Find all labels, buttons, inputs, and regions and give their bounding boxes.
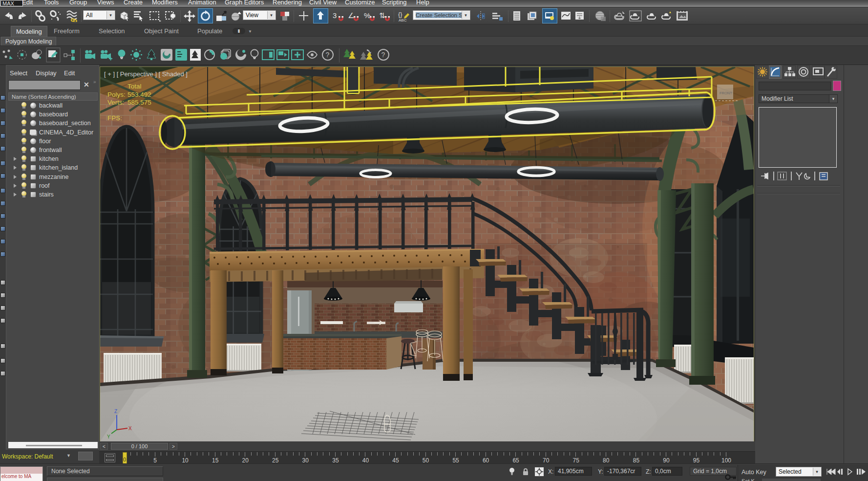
svg-text:Total: Total — [127, 83, 142, 90]
svg-text:585.575: 585.575 — [127, 99, 151, 106]
svg-text:[ + ] [ Perspective ] [ Shaded: [ + ] [ Perspective ] [ Shaded ] — [104, 70, 188, 78]
svg-text:{}: {} — [398, 11, 402, 18]
svg-text:FRONT: FRONT — [720, 91, 732, 95]
svg-text:?: ? — [326, 51, 330, 59]
svg-text:ABC: ABC — [399, 18, 407, 22]
svg-text:?: ? — [381, 51, 385, 59]
svg-text:FPS:: FPS: — [107, 114, 122, 122]
svg-text:X: X — [128, 426, 132, 431]
svg-text:Z: Z — [114, 409, 117, 414]
svg-text:553.492: 553.492 — [127, 91, 151, 98]
svg-text:Y: Y — [107, 434, 110, 439]
svg-text:Polys:: Polys: — [107, 91, 126, 98]
svg-text:Verts:: Verts: — [107, 99, 125, 106]
